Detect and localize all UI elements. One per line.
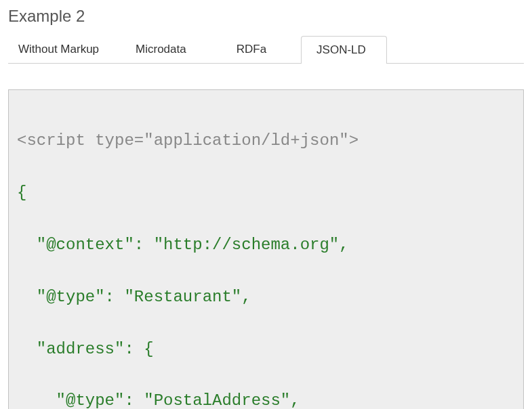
code-line: "@type": "PostalAddress",: [17, 388, 515, 409]
code-line: {: [17, 180, 515, 206]
tab-json-ld[interactable]: JSON-LD: [301, 36, 387, 64]
code-line: "@context": "http://schema.org",: [17, 232, 515, 258]
tabs-bar: Without Markup Microdata RDFa JSON-LD: [8, 35, 524, 64]
code-block: <script type="application/ld+json"> { "@…: [8, 89, 524, 409]
example-title: Example 2: [8, 7, 524, 26]
tab-microdata[interactable]: Microdata: [121, 35, 221, 63]
code-line: "address": {: [17, 337, 515, 362]
code-line: "@type": "Restaurant",: [17, 284, 515, 310]
code-line: <script type="application/ld+json">: [17, 128, 515, 154]
tab-rdfa[interactable]: RDFa: [221, 35, 301, 63]
tab-without-markup[interactable]: Without Markup: [8, 35, 121, 63]
